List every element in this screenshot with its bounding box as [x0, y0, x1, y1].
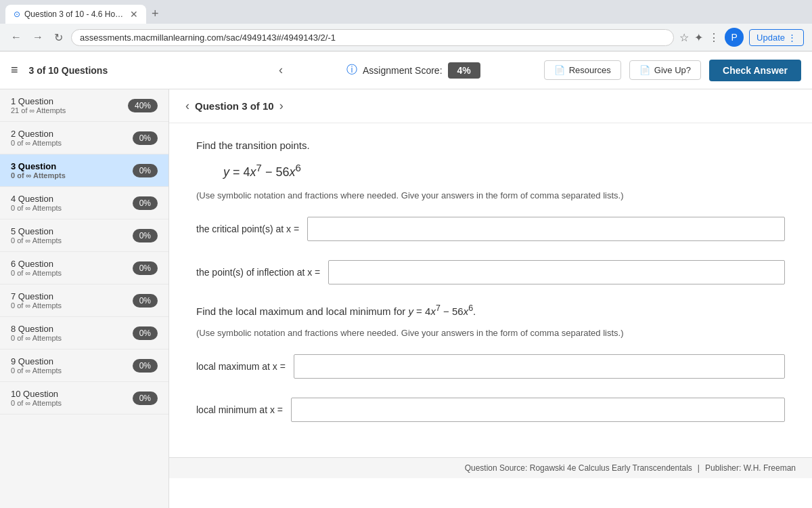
sidebar-item-attempts-10: 0 of ∞ Attempts: [11, 399, 125, 407]
question-instruction2: Find the local maximum and local minimum…: [196, 303, 785, 317]
score-badge: 4%: [448, 62, 480, 79]
sidebar-item-score-8: 0%: [133, 326, 158, 340]
critical-points-input[interactable]: [307, 217, 785, 241]
sidebar-item-label-5: 5 Question 0 of ∞ Attempts: [11, 226, 125, 245]
new-tab-button[interactable]: +: [146, 4, 164, 24]
tab-close-icon[interactable]: ✕: [130, 9, 138, 20]
sidebar-item-score-4: 0%: [133, 196, 158, 210]
next-question-button[interactable]: ›: [279, 99, 284, 113]
update-button[interactable]: Update ⋮: [749, 29, 804, 46]
content-panel: ‹ Question 3 of 10 › Find the transition…: [169, 89, 812, 508]
source-text: Question Source: Rogawski 4e Calculus Ea…: [465, 463, 692, 473]
sidebar-item-7[interactable]: 7 Question 0 of ∞ Attempts 0%: [0, 284, 168, 317]
source-separator: |: [698, 463, 700, 473]
sidebar-item-5[interactable]: 5 Question 0 of ∞ Attempts 0%: [0, 219, 168, 252]
resources-button[interactable]: 📄 Resources: [544, 60, 621, 80]
sidebar-item-2[interactable]: 2 Question 0 of ∞ Attempts 0%: [0, 122, 168, 154]
check-answer-button[interactable]: Check Answer: [709, 60, 801, 81]
tab-title: Question 3 of 10 - 4.6 Homew...: [24, 9, 126, 19]
local-max-row: local maximum at x =: [196, 354, 785, 379]
sidebar-item-attempts-1: 21 of ∞ Attempts: [11, 106, 120, 114]
question-body: Find the transition points. y = 4x7 − 56…: [169, 123, 812, 457]
collapse-sidebar-button[interactable]: ‹: [279, 63, 283, 77]
refresh-button[interactable]: ↻: [51, 28, 66, 47]
sidebar-item-6[interactable]: 6 Question 0 of ∞ Attempts 0%: [0, 252, 168, 284]
sidebar-item-attempts-7: 0 of ∞ Attempts: [11, 301, 125, 310]
source-bar: Question Source: Rogawski 4e Calculus Ea…: [169, 457, 812, 478]
sidebar-item-score-3: 0%: [133, 164, 158, 177]
question-note2: (Use symbolic notation and fractions whe…: [196, 328, 785, 338]
sidebar-item-score-9: 0%: [133, 359, 158, 373]
menu-icon: ⋮: [708, 31, 719, 44]
sidebar-item-attempts-9: 0 of ∞ Attempts: [11, 366, 125, 375]
forward-button[interactable]: →: [30, 28, 46, 46]
local-min-row: local minimum at x =: [196, 398, 785, 422]
sidebar-item-score-1: 40%: [128, 99, 158, 112]
main-area: 1 Question 21 of ∞ Attempts 40% 2 Questi…: [0, 89, 812, 508]
critical-points-row: the critical point(s) at x =: [196, 217, 785, 241]
sidebar-item-8[interactable]: 8 Question 0 of ∞ Attempts 0%: [0, 317, 168, 350]
resources-label: Resources: [569, 65, 611, 75]
math-formula: y = 4x7 − 56x6: [223, 162, 785, 179]
sidebar-item-score-10: 0%: [133, 391, 158, 405]
check-answer-label: Check Answer: [723, 65, 788, 76]
extension-icon: ✦: [694, 31, 703, 44]
question-title: Question 3 of 10: [195, 100, 274, 112]
local-max-input[interactable]: [294, 354, 785, 379]
sidebar-item-label-10: 10 Question 0 of ∞ Attempts: [11, 389, 125, 407]
sidebar-item-label-1: 1 Question 21 of ∞ Attempts: [11, 96, 120, 114]
question-note1: (Use symbolic notation and fractions whe…: [196, 190, 785, 200]
sidebar-item-score-7: 0%: [133, 294, 158, 308]
resources-doc-icon: 📄: [554, 65, 565, 75]
sidebar-item-attempts-4: 0 of ∞ Attempts: [11, 204, 125, 212]
sidebar-item-attempts-3: 0 of ∞ Attempts: [11, 171, 125, 179]
sidebar: 1 Question 21 of ∞ Attempts 40% 2 Questi…: [0, 89, 169, 508]
sidebar-item-attempts-6: 0 of ∞ Attempts: [11, 269, 125, 277]
give-up-button[interactable]: 📄 Give Up?: [629, 60, 701, 80]
sidebar-item-9[interactable]: 9 Question 0 of ∞ Attempts 0%: [0, 350, 168, 382]
profile-button[interactable]: P: [725, 28, 744, 47]
update-chevron-icon: ⋮: [788, 33, 796, 43]
give-up-doc-icon: 📄: [639, 65, 650, 75]
top-bar: ≡ 3 of 10 Questions ‹ ⓘ Assignment Score…: [0, 51, 812, 89]
top-bar-right: 📄 Resources 📄 Give Up? Check Answer: [544, 60, 801, 81]
previous-question-button[interactable]: ‹: [185, 99, 189, 113]
sidebar-item-label-7: 7 Question 0 of ∞ Attempts: [11, 291, 125, 310]
inflection-points-label: the point(s) of inflection at x =: [196, 267, 320, 278]
update-label: Update: [757, 33, 785, 43]
sidebar-item-label-6: 6 Question 0 of ∞ Attempts: [11, 259, 125, 277]
local-min-label: local minimum at x =: [196, 404, 283, 415]
bookmark-icon: ☆: [679, 31, 689, 44]
tab-icon: ⊙: [14, 9, 20, 19]
sidebar-item-label-3: 3 Question 0 of ∞ Attempts: [11, 161, 125, 179]
inflection-points-row: the point(s) of inflection at x =: [196, 260, 785, 284]
sidebar-item-3[interactable]: 3 Question 0 of ∞ Attempts 0%: [0, 154, 168, 187]
sidebar-item-label-4: 4 Question 0 of ∞ Attempts: [11, 194, 125, 212]
info-icon: ⓘ: [346, 63, 357, 77]
sidebar-item-score-2: 0%: [133, 131, 158, 145]
assignment-score-label: Assignment Score:: [363, 65, 443, 76]
sidebar-item-attempts-2: 0 of ∞ Attempts: [11, 139, 125, 147]
sidebar-item-label-2: 2 Question 0 of ∞ Attempts: [11, 129, 125, 147]
sidebar-toggle-button[interactable]: ≡: [11, 63, 18, 77]
inflection-points-input[interactable]: [328, 260, 785, 284]
sidebar-item-1[interactable]: 1 Question 21 of ∞ Attempts 40%: [0, 89, 168, 122]
sidebar-item-4[interactable]: 4 Question 0 of ∞ Attempts 0%: [0, 187, 168, 219]
sidebar-item-score-5: 0%: [133, 229, 158, 242]
sidebar-item-label-8: 8 Question 0 of ∞ Attempts: [11, 324, 125, 342]
critical-points-label: the critical point(s) at x =: [196, 224, 299, 234]
questions-count: 3 of 10 Questions: [29, 65, 269, 76]
url-bar[interactable]: assessments.macmillanlearning.com/sac/49…: [71, 29, 674, 46]
sidebar-item-attempts-5: 0 of ∞ Attempts: [11, 236, 125, 245]
sidebar-item-label-9: 9 Question 0 of ∞ Attempts: [11, 356, 125, 375]
sidebar-item-10[interactable]: 10 Question 0 of ∞ Attempts 0%: [0, 382, 168, 415]
give-up-label: Give Up?: [654, 65, 691, 75]
back-button[interactable]: ←: [8, 28, 24, 46]
local-max-label: local maximum at x =: [196, 361, 286, 372]
source-publisher: Publisher: W.H. Freeman: [705, 463, 796, 473]
sidebar-item-score-6: 0%: [133, 261, 158, 275]
local-min-input[interactable]: [291, 398, 785, 422]
question-header: ‹ Question 3 of 10 ›: [169, 89, 812, 123]
browser-tab[interactable]: ⊙ Question 3 of 10 - 4.6 Homew... ✕: [5, 5, 146, 24]
sidebar-item-attempts-8: 0 of ∞ Attempts: [11, 334, 125, 342]
